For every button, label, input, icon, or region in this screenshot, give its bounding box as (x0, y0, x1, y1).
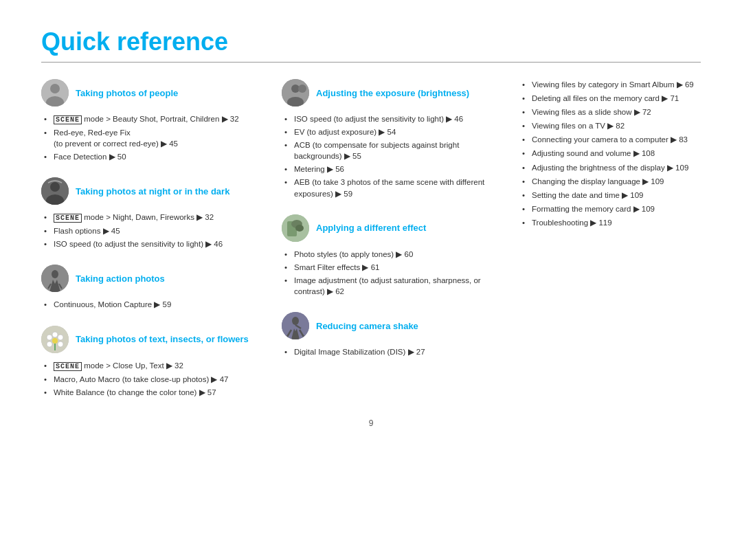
section-brightness: Adjusting the exposure (brightness) ISO … (282, 79, 502, 199)
night-svg (41, 177, 69, 205)
bullet-item: Metering ▶ 56 (284, 164, 502, 175)
text-flowers-icon (41, 326, 69, 353)
effect-icon (282, 214, 309, 242)
list-item: Viewing files by category in Smart Album… (522, 79, 701, 90)
svg-point-27 (292, 317, 299, 325)
svg-point-12 (52, 332, 58, 337)
scene-label: SCENE (54, 362, 82, 371)
bullet-item: Macro, Auto Macro (to take close-up phot… (44, 374, 261, 385)
section-people-bullets: SCENE mode > Beauty Shot, Portrait, Chil… (41, 113, 261, 162)
section-people: Taking photos of people SCENE mode > Bea… (41, 79, 261, 162)
section-night-bullets: SCENE mode > Night, Dawn, Fireworks ▶ 32… (41, 212, 261, 249)
bullet-item: Digital Image Stabilization (DIS) ▶ 27 (284, 346, 502, 357)
page-container: Quick reference Taking photos of people (0, 0, 742, 449)
left-column: Taking photos of people SCENE mode > Bea… (41, 79, 261, 398)
svg-point-11 (52, 338, 58, 344)
section-text-flowers-title: Taking photos of text, insects, or flowe… (76, 334, 249, 344)
right-col-list: Viewing files by category in Smart Album… (522, 79, 701, 228)
bullet-item: AEB (to take 3 photos of the same scene … (284, 177, 502, 199)
list-item: Troubleshooting ▶ 119 (522, 217, 701, 228)
section-night-title: Taking photos at night or in the dark (76, 186, 229, 197)
content-grid: Taking photos of people SCENE mode > Bea… (41, 79, 701, 398)
section-text-flowers: Taking photos of text, insects, or flowe… (41, 326, 261, 398)
shake-svg (282, 312, 309, 339)
section-shake-header: Reducing camera shake (282, 312, 502, 339)
section-action-header: Taking action photos (41, 265, 261, 292)
brightness-icon (282, 79, 309, 107)
svg-point-15 (47, 341, 52, 347)
list-item: Deleting all files on the memory card ▶ … (522, 93, 701, 104)
bullet-item: ACB (to compensate for subjects against … (284, 139, 502, 161)
action-icon (41, 265, 69, 292)
section-shake-title: Reducing camera shake (316, 321, 418, 331)
svg-point-7 (52, 270, 58, 278)
section-effect-title: Applying a different effect (316, 223, 426, 233)
section-people-title: Taking photos of people (76, 88, 178, 98)
section-people-header: Taking photos of people (41, 79, 261, 107)
bullet-item: Face Detection ▶ 50 (44, 151, 261, 162)
bullet-item: White Balance (to change the color tone)… (44, 387, 261, 398)
flowers-svg (41, 326, 69, 353)
bullet-item: Red-eye, Red-eye Fix(to prevent or corre… (44, 127, 261, 149)
list-item: Adjusting the brightness of the display … (522, 162, 701, 173)
shake-icon (282, 312, 309, 339)
svg-point-16 (58, 341, 63, 347)
section-brightness-header: Adjusting the exposure (brightness) (282, 79, 502, 107)
people-svg (41, 79, 69, 107)
bullet-item: SCENE mode > Beauty Shot, Portrait, Chil… (44, 113, 261, 125)
bullet-item: EV (to adjust exposure) ▶ 54 (284, 126, 502, 137)
section-night-header: Taking photos at night or in the dark (41, 177, 261, 205)
svg-point-4 (50, 182, 60, 192)
bullet-item: SCENE mode > Night, Dawn, Fireworks ▶ 32 (44, 212, 261, 223)
right-column: Viewing files by category in Smart Album… (522, 79, 701, 398)
list-item: Formatting the memory card ▶ 109 (522, 203, 701, 214)
section-night: Taking photos at night or in the dark SC… (41, 177, 261, 249)
middle-column: Adjusting the exposure (brightness) ISO … (282, 79, 502, 398)
bullet-item: ISO speed (to adjust the sensitivity to … (284, 113, 502, 124)
section-effect: Applying a different effect Photo styles… (282, 214, 502, 297)
effect-svg (282, 214, 309, 242)
bullet-item: SCENE mode > Close Up, Text ▶ 32 (44, 360, 261, 372)
section-effect-bullets: Photo styles (to apply tones) ▶ 60 Smart… (282, 249, 502, 297)
page-number: 9 (41, 418, 701, 428)
scene-label: SCENE (54, 214, 82, 223)
section-shake-bullets: Digital Image Stabilization (DIS) ▶ 27 (282, 346, 502, 357)
svg-point-25 (295, 225, 304, 232)
section-text-flowers-header: Taking photos of text, insects, or flowe… (41, 326, 261, 353)
svg-point-14 (47, 335, 52, 340)
bullet-item: Continuous, Motion Capture ▶ 59 (44, 299, 261, 310)
action-svg (41, 265, 69, 292)
section-text-flowers-bullets: SCENE mode > Close Up, Text ▶ 32 Macro, … (41, 360, 261, 398)
bullet-item: Flash options ▶ 45 (44, 225, 261, 236)
page-title: Quick reference (41, 27, 701, 56)
brightness-svg (282, 79, 309, 107)
people-icon (41, 79, 69, 107)
scene-label: SCENE (54, 115, 82, 124)
bullet-item: Image adjustment (to adjust saturation, … (284, 275, 502, 297)
list-item: Viewing files on a TV ▶ 82 (522, 120, 701, 131)
bullet-item: Photo styles (to apply tones) ▶ 60 (284, 249, 502, 260)
list-item: Changing the display language ▶ 109 (522, 176, 701, 187)
list-item: Viewing files as a slide show ▶ 72 (522, 107, 701, 117)
svg-point-1 (50, 84, 60, 93)
bullet-item: Smart Filter effects ▶ 61 (284, 262, 502, 273)
svg-point-21 (298, 85, 306, 93)
section-effect-header: Applying a different effect (282, 214, 502, 242)
bullet-item: ISO speed (to adjust the sensitivity to … (44, 238, 261, 249)
section-brightness-bullets: ISO speed (to adjust the sensitivity to … (282, 113, 502, 199)
night-icon (41, 177, 69, 205)
section-shake: Reducing camera shake Digital Image Stab… (282, 312, 502, 357)
section-action: Taking action photos Continuous, Motion … (41, 265, 261, 310)
title-divider (41, 62, 701, 63)
section-action-title: Taking action photos (76, 273, 165, 284)
list-item: Adjusting sound and volume ▶ 108 (522, 148, 701, 159)
list-item: Connecting your camera to a computer ▶ 8… (522, 134, 701, 145)
list-item: Setting the date and time ▶ 109 (522, 190, 701, 201)
section-action-bullets: Continuous, Motion Capture ▶ 59 (41, 299, 261, 310)
section-brightness-title: Adjusting the exposure (brightness) (316, 88, 469, 98)
svg-point-13 (58, 335, 63, 340)
